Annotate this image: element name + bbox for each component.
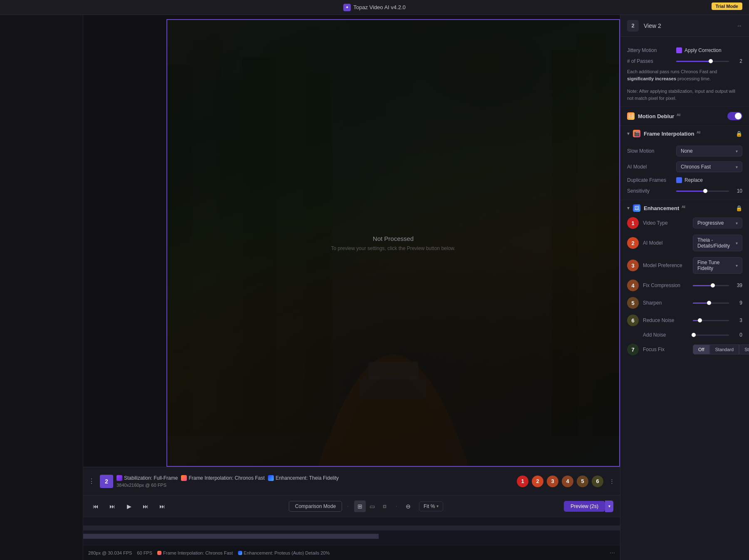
skip-to-start-button[interactable]: ⏮ [90, 501, 102, 512]
step-forward-button[interactable]: ⏭ [140, 501, 151, 512]
focus-fix-group: Off Standard Strong [693, 344, 749, 354]
jittery-motion-value: Apply Correction [676, 47, 742, 53]
info-text-2: processing time. [677, 76, 711, 81]
clip-filters: Stabilization: Full-Frame Frame Interpol… [117, 475, 513, 481]
preview-dropdown-button[interactable]: ▾ [605, 501, 613, 512]
model-preference-dropdown[interactable]: Fine Tune Fidelity ▾ [693, 257, 742, 274]
enhancement-header[interactable]: ▾ 🖼 Enhancement AI 🔒 [620, 200, 749, 214]
sensitivity-slider-thumb[interactable] [703, 189, 707, 193]
reduce-noise-slider-track[interactable] [693, 320, 729, 321]
fi-ai-model-dropdown[interactable]: Chronos Fast ▾ [676, 161, 742, 172]
focus-fix-standard-button[interactable]: Standard [709, 344, 739, 354]
slow-motion-arrow-icon: ▾ [736, 149, 738, 154]
passes-note-text: Note: After applying stabilization, inpu… [627, 86, 742, 103]
slow-motion-dropdown[interactable]: None ▾ [676, 146, 742, 156]
separator-dot: · [347, 503, 349, 510]
badge-6: 6 [592, 476, 603, 487]
motion-deblur-toggle[interactable] [727, 112, 742, 120]
status-enhancement: Enhancement: Proteus (Auto) Details 20% [238, 550, 330, 555]
svg-rect-2 [192, 42, 221, 436]
status-interpolation-label: Frame Interpolation: Chronos Fast [163, 550, 233, 555]
status-fps-left: 280px @ 30.034 FPS [88, 550, 132, 555]
enhancement-lock-icon: 🔒 [736, 205, 742, 211]
sensitivity-slider-fill [676, 191, 705, 192]
duplicate-frames-row: Duplicate Frames Replace [627, 175, 742, 186]
skip-to-end-button[interactable]: ⏭ [156, 501, 168, 512]
panel-scroll[interactable]: Jittery Motion Apply Correction # of Pas… [620, 37, 749, 560]
fix-compression-slider-thumb[interactable] [711, 283, 715, 287]
status-bar: 280px @ 30.034 FPS 60 FPS Frame Interpol… [83, 545, 620, 560]
sharpen-slider-thumb[interactable] [707, 301, 711, 305]
video-background: Not Processed To preview your settings, … [167, 20, 619, 466]
svg-rect-5 [276, 50, 308, 436]
passes-slider-thumb[interactable] [709, 59, 713, 63]
timeline[interactable] [83, 517, 620, 545]
passes-slider-track[interactable] [676, 61, 729, 62]
frame-interpolation-header[interactable]: ▾ 🎬 Frame Interpolation AI 🔒 [620, 126, 749, 140]
view2-expand-button[interactable]: ↔ [737, 22, 742, 29]
reduce-noise-value: 3 [732, 317, 742, 323]
fix-compression-slider-track[interactable] [693, 285, 729, 286]
reduce-noise-label: Reduce Noise [643, 317, 689, 323]
enh-ai-model-label: AI Model [643, 240, 689, 246]
stabilization-filter-icon [117, 475, 122, 481]
reduce-noise-badge: 6 [627, 315, 639, 326]
focus-fix-strong-button[interactable]: Strong [739, 344, 749, 354]
jittery-motion-row: Jittery Motion Apply Correction [627, 45, 742, 56]
comparison-mode-button[interactable]: Comparison Mode [289, 501, 342, 512]
status-interpolation-icon [157, 551, 161, 555]
video-type-dropdown[interactable]: Progressive ▾ [693, 218, 742, 228]
preview-button[interactable]: Preview (2s) [564, 501, 605, 512]
svg-rect-3 [218, 79, 243, 436]
zoom-label: Fit % [424, 503, 435, 509]
jittery-motion-section: Jittery Motion Apply Correction # of Pas… [620, 42, 749, 107]
stabilization-filter-label: Stabilization: Full-Frame [124, 475, 178, 481]
split-view-button[interactable]: ⊞ [354, 501, 366, 512]
focus-fix-off-button[interactable]: Off [693, 344, 709, 354]
enhancement-ai-badge: AI [682, 205, 685, 209]
info-text-bold: significantly increases [627, 76, 676, 81]
enhancement-filter-item: Enhancement: Theia Fidelity [268, 475, 339, 481]
enh-ai-model-dropdown[interactable]: Theia - Details/Fidelity ▾ [693, 235, 742, 251]
badge-1: 1 [517, 476, 528, 487]
sharpen-slider-track[interactable] [693, 302, 729, 304]
add-noise-slider-track[interactable] [693, 335, 729, 336]
enh-ai-model-badge: 2 [627, 237, 639, 249]
zoom-control[interactable]: Fit % ▾ [419, 501, 443, 511]
focus-fix-badge: 7 [627, 344, 639, 355]
clip-context-menu-button[interactable]: ⋮ [87, 476, 97, 486]
fix-compression-slider-container: 39 [693, 282, 742, 288]
clip-metadata: Stabilization: Full-Frame Frame Interpol… [117, 475, 513, 488]
reduce-noise-slider-thumb[interactable] [698, 318, 702, 322]
fix-compression-row: 4 Fix Compression 39 [620, 277, 749, 294]
trial-mode-badge[interactable]: Trial Mode [712, 2, 742, 10]
interpolation-filter-item: Frame Interpolation: Chronos Fast [181, 475, 265, 481]
enhancement-title-text: Enhancement [644, 205, 679, 211]
duplicate-frames-checkbox[interactable] [676, 177, 682, 183]
clip-settings-menu-button[interactable]: ⋮ [607, 476, 617, 486]
status-bar-menu-button[interactable]: ⋯ [610, 550, 615, 556]
step-back-button[interactable]: ⏭ [107, 501, 118, 512]
sensitivity-slider-track[interactable] [676, 191, 729, 192]
canvas-area: Not Processed To preview your settings, … [166, 19, 620, 467]
preview-button-group: Preview (2s) ▾ [564, 501, 613, 512]
view-toggle-group: ⊞ ▭ ⧈ [354, 501, 391, 512]
fix-compression-value: 39 [732, 282, 742, 288]
play-pause-button[interactable]: ▶ [123, 501, 135, 512]
jittery-motion-checkbox[interactable] [676, 47, 682, 53]
zoom-out-button[interactable]: ⊖ [402, 501, 414, 512]
add-noise-slider-thumb[interactable] [692, 333, 696, 337]
stabilization-filter-item: Stabilization: Full-Frame [117, 475, 178, 481]
sharpen-row: 5 Sharpen 9 [620, 294, 749, 312]
sensitivity-value: 10 [732, 188, 742, 194]
status-interpolation: Frame Interpolation: Chronos Fast [157, 550, 233, 555]
overlay-button[interactable]: ⧈ [379, 501, 391, 512]
svg-rect-9 [594, 64, 619, 436]
sensitivity-label: Sensitivity [627, 188, 673, 194]
fi-ai-model-value: Chronos Fast [681, 164, 711, 170]
clip-info-bar: ⋮ 2 Stabilization: Full-Frame Frame Inte… [83, 467, 620, 495]
enh-ai-model-arrow-icon: ▾ [736, 241, 738, 245]
video-area: Not Processed To preview your settings, … [83, 15, 620, 560]
side-by-side-button[interactable]: ▭ [367, 501, 378, 512]
view2-header: 2 View 2 ↔ [620, 15, 749, 37]
